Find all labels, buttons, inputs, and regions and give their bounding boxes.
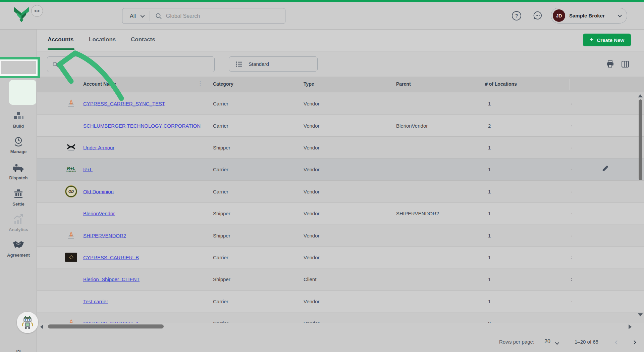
category-cell: Shipper [213, 232, 230, 238]
edit-pencil-icon [601, 165, 609, 173]
table-row[interactable]: CYPRESS_CARRIER_B Carrier Vendor 1 : [37, 246, 644, 268]
rows-per-page-select[interactable]: 20 [544, 339, 550, 345]
clipped-cell: : [571, 123, 573, 128]
search-icon [155, 13, 162, 19]
clipped-cell: · [571, 233, 573, 238]
table-row[interactable]: Test carrier Carrier Vendor 1 · [37, 290, 644, 312]
previous-page-button[interactable] [615, 339, 619, 345]
horizontal-scroll-left-arrow[interactable] [40, 324, 43, 329]
sidebar-item-dispatch[interactable]: Dispatch [0, 161, 37, 187]
tab-accounts[interactable]: Accounts [48, 36, 73, 43]
chat-button[interactable] [533, 10, 543, 22]
column-menu-icon[interactable]: ⋮ [197, 80, 203, 87]
locations-cell: 0 [488, 320, 491, 323]
sidebar-item-manage[interactable]: Manage [0, 135, 37, 161]
cypress-rocket-logo [64, 231, 78, 240]
chevron-down-icon[interactable] [555, 340, 558, 346]
print-button[interactable] [606, 60, 614, 70]
sidebar-item-agreement[interactable]: Agreement [0, 238, 37, 265]
table-row[interactable]: BlerionVendor Shipper Vendor SHIPERVENDO… [37, 202, 644, 224]
search-scope-value: All [130, 13, 136, 19]
clipped-cell: · [571, 145, 573, 150]
create-new-button[interactable]: + Create New [583, 34, 631, 46]
create-new-label: Create New [597, 37, 624, 43]
account-name-link[interactable]: Blerion_Shipper_CLIENT [83, 276, 140, 282]
brand-logo[interactable] [13, 6, 30, 25]
table-row[interactable]: Under Armour Shipper Vendor 1 · [37, 136, 644, 158]
account-name-link[interactable]: CYPRESS_CARRIER_A [83, 320, 139, 323]
build-blocks-icon [0, 109, 37, 123]
table-row[interactable]: OD Old Dominion Carrier Vendor 1 · [37, 180, 644, 202]
horizontal-scroll-right-arrow[interactable] [629, 324, 632, 329]
view-selector[interactable]: Standard [229, 56, 318, 72]
table-row[interactable]: SCHLUMBERGER TECHNOLOGY CORPORATION Carr… [37, 114, 644, 136]
account-name-link[interactable]: BlerionVendor [83, 211, 115, 216]
sidebar-item-analytics[interactable]: Analytics [0, 213, 37, 239]
vertical-scroll-down-arrow[interactable] [638, 313, 643, 316]
global-search-placeholder: Global Search [166, 13, 200, 19]
column-header-category[interactable]: Category [213, 81, 233, 87]
dispatch-truck-icon [0, 161, 37, 175]
locations-cell: 1 [488, 232, 491, 238]
assistant-robot-button[interactable] [17, 312, 38, 333]
account-name-link[interactable]: SCHLUMBERGER TECHNOLOGY CORPORATION [83, 123, 201, 128]
locations-cell: 1 [488, 188, 491, 194]
table-search-input[interactable] [47, 56, 215, 72]
account-name-link[interactable]: SHIPERVENDOR2 [83, 232, 126, 238]
column-header-parent[interactable]: Parent [396, 81, 411, 87]
clipped-cell: · [571, 299, 573, 304]
edit-row-button[interactable] [601, 165, 609, 174]
accounts-table-body: CYPRESS_CARRIER_SYNC_TEST Carrier Vendor… [37, 92, 644, 323]
column-header-locations[interactable]: # of Locations [485, 81, 517, 87]
type-cell: Vendor [304, 188, 320, 194]
search-scope-select[interactable]: All [122, 8, 150, 24]
global-search-input[interactable]: Global Search [150, 13, 285, 19]
help-button[interactable]: ? [512, 11, 521, 20]
chat-bubble-icon [533, 10, 543, 20]
search-icon [52, 61, 58, 68]
type-cell: Vendor [304, 144, 320, 150]
vertical-scroll-up-arrow[interactable] [638, 94, 643, 97]
sidebar-item-configuration[interactable]: ⚙ Configuratio... [0, 349, 37, 352]
table-row[interactable]: CYPRESS_CARRIER_SYNC_TEST Carrier Vendor… [37, 92, 644, 114]
account-name-link[interactable]: Old Dominion [83, 188, 114, 194]
table-row[interactable]: R+LCARRIERS R+L Carrier Vendor 1 · [37, 158, 644, 180]
type-cell: Vendor [304, 254, 320, 260]
horizontal-scrollbar-thumb[interactable] [48, 324, 164, 328]
account-name-link[interactable]: Test carrier [83, 298, 108, 304]
type-cell: Vendor [304, 211, 320, 216]
locations-cell: 1 [488, 144, 491, 150]
sidebar-item-settle[interactable]: Settle [0, 187, 37, 214]
account-name-link[interactable]: CYPRESS_CARRIER_SYNC_TEST [83, 100, 165, 106]
pagination-range: 1–20 of 65 [575, 339, 598, 345]
category-cell: Shipper [213, 276, 230, 282]
column-header-type[interactable]: Type [304, 81, 314, 87]
chevron-down-icon [618, 13, 622, 17]
clipped-cell: · [571, 211, 573, 216]
sidebar-collapse-button[interactable]: <> [31, 5, 43, 17]
sidebar-item-build[interactable]: Build [0, 109, 37, 136]
table-row[interactable]: SHIPERVENDOR2 Shipper Vendor 1 · [37, 224, 644, 246]
user-menu[interactable]: JD Sample Broker [551, 8, 627, 24]
next-page-button[interactable] [633, 339, 636, 345]
account-name-link[interactable]: Under Armour [83, 144, 114, 150]
columns-button[interactable] [621, 60, 629, 69]
category-cell: Shipper [213, 211, 230, 216]
entity-tab-bar: AccountsLocationsContacts + Create New [0, 30, 644, 51]
vertical-scrollbar-thumb[interactable] [639, 99, 642, 180]
clipped-cell: · [571, 189, 573, 194]
columns-icon [621, 60, 629, 68]
account-name-link[interactable]: CYPRESS_CARRIER_B [83, 254, 139, 260]
table-header-row: Account Name ⋮ Category Type Parent # of… [37, 77, 644, 92]
account-name-link[interactable]: R+L [83, 167, 93, 172]
category-cell: Carrier [213, 254, 228, 260]
table-row[interactable]: CYPRESS_CARRIER_A Carrier Vendor 0 · [37, 312, 644, 323]
category-cell: Carrier [213, 167, 228, 172]
column-header-account-name[interactable]: Account Name [83, 81, 116, 87]
locations-cell: 1 [488, 254, 491, 260]
table-row[interactable]: Blerion_Shipper_CLIENT Shipper Client 1 … [37, 268, 644, 290]
manage-clock-icon [0, 135, 37, 148]
settle-bank-icon [0, 187, 37, 201]
tab-locations[interactable]: Locations [89, 36, 116, 43]
tab-contacts[interactable]: Contacts [131, 36, 155, 43]
